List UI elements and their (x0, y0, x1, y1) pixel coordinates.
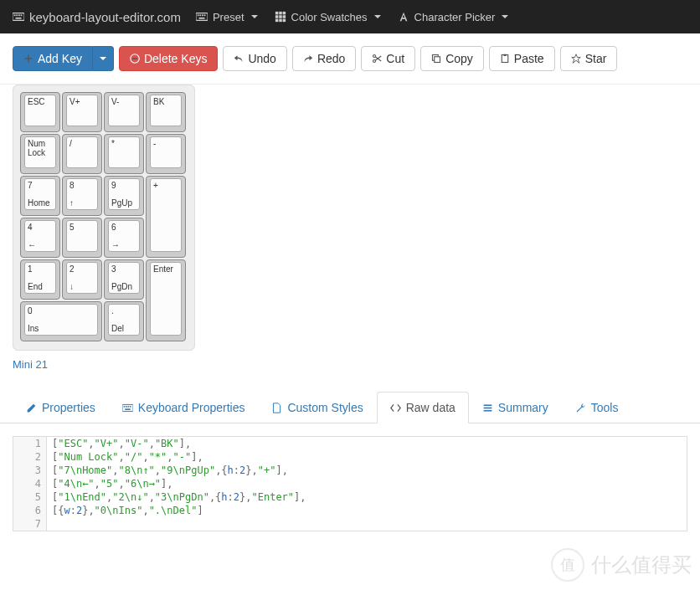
key[interactable]: * (104, 134, 144, 174)
svg-rect-30 (123, 406, 125, 408)
nav-color-swatches[interactable]: Color Swatches (275, 11, 381, 23)
chevron-down-icon (502, 15, 508, 18)
add-key-group: Add Key (13, 46, 114, 71)
tabs: Properties Keyboard Properties Custom St… (0, 392, 700, 423)
tab-summary[interactable]: Summary (469, 392, 562, 423)
key[interactable]: V+ (62, 92, 102, 132)
list-icon (482, 403, 493, 413)
svg-rect-34 (125, 408, 131, 410)
svg-rect-13 (279, 12, 282, 15)
keyboard-icon (122, 403, 133, 413)
navbar: keyboard-layout-editor.com Preset Color … (0, 0, 700, 33)
key[interactable]: - (146, 134, 186, 174)
tab-properties[interactable]: Properties (13, 392, 109, 423)
paste-button[interactable]: Paste (489, 46, 555, 71)
svg-rect-18 (275, 19, 278, 23)
plus-icon (23, 54, 33, 64)
key[interactable]: 0Ins (20, 301, 102, 341)
svg-rect-35 (483, 404, 492, 406)
workspace: ESCV+V-BKNum Lock/*-7Home8↑9PgUp+4←56→1E… (0, 85, 700, 379)
svg-rect-4 (21, 14, 23, 16)
toolbar: Add Key Delete Keys Undo Redo Cut Copy P… (0, 33, 700, 85)
tab-tools[interactable]: Tools (562, 392, 632, 423)
brand[interactable]: keyboard-layout-editor.com (13, 10, 181, 24)
svg-rect-6 (196, 13, 208, 21)
key[interactable]: 9PgUp (104, 176, 144, 216)
svg-rect-0 (13, 13, 24, 21)
svg-rect-17 (282, 15, 286, 18)
redo-button[interactable]: Redo (292, 46, 356, 71)
svg-rect-19 (279, 19, 282, 23)
svg-rect-5 (16, 18, 22, 19)
svg-rect-36 (483, 407, 492, 408)
svg-rect-37 (483, 409, 492, 411)
undo-icon (234, 54, 244, 64)
key[interactable]: .Del (104, 301, 144, 341)
key[interactable]: 4← (20, 218, 60, 258)
copy-icon (431, 54, 441, 64)
key[interactable]: 8↑ (62, 176, 102, 216)
star-icon (571, 54, 581, 64)
tab-raw-data[interactable]: Raw data (377, 392, 469, 423)
paste-icon (500, 54, 510, 64)
svg-rect-1 (14, 14, 16, 16)
svg-rect-14 (282, 12, 286, 15)
svg-rect-2 (16, 14, 18, 16)
key[interactable]: 3PgDn (104, 259, 144, 300)
key[interactable]: 5 (62, 218, 102, 258)
redo-icon (303, 54, 313, 64)
key[interactable]: BK (146, 92, 186, 132)
key[interactable]: Num Lock (20, 134, 60, 174)
key[interactable]: / (62, 134, 102, 174)
key[interactable]: 1End (20, 259, 60, 300)
svg-rect-28 (503, 54, 506, 56)
keyboard-title: Mini 21 (13, 358, 687, 371)
svg-rect-3 (18, 14, 20, 16)
delete-keys-button[interactable]: Delete Keys (119, 46, 218, 71)
font-icon (398, 11, 409, 23)
svg-rect-8 (199, 14, 201, 16)
svg-rect-32 (127, 406, 129, 408)
chevron-down-icon (374, 15, 381, 18)
key[interactable]: ESC (20, 92, 60, 132)
svg-rect-29 (122, 404, 133, 411)
svg-rect-9 (202, 14, 203, 16)
svg-rect-10 (204, 14, 206, 16)
scissors-icon (372, 54, 382, 64)
key[interactable]: 6→ (104, 218, 144, 258)
nav-preset[interactable]: Preset (196, 11, 258, 23)
file-icon (271, 403, 282, 413)
add-key-button[interactable]: Add Key (13, 46, 93, 71)
svg-rect-11 (198, 18, 204, 19)
key[interactable]: 7Home (20, 176, 60, 216)
key[interactable]: V- (104, 92, 144, 132)
keyboard-icon (196, 11, 208, 23)
code-icon (390, 403, 401, 413)
svg-rect-7 (198, 14, 199, 16)
keyboard-icon (13, 11, 24, 23)
nav-character-picker[interactable]: Character Picker (398, 11, 509, 23)
grid-icon (275, 11, 286, 23)
key[interactable]: Enter (146, 259, 186, 341)
svg-rect-31 (126, 406, 127, 408)
key[interactable]: + (146, 176, 186, 258)
brand-text: keyboard-layout-editor.com (29, 10, 181, 24)
svg-rect-15 (275, 15, 278, 18)
chevron-down-icon (100, 57, 106, 60)
keyboard-canvas[interactable]: ESCV+V-BKNum Lock/*-7Home8↑9PgUp+4←56→1E… (13, 85, 195, 351)
svg-rect-12 (275, 12, 278, 15)
pencil-icon (26, 403, 37, 413)
tab-custom-styles[interactable]: Custom Styles (258, 392, 376, 423)
undo-button[interactable]: Undo (223, 46, 286, 71)
tab-keyboard-properties[interactable]: Keyboard Properties (109, 392, 259, 423)
minus-icon (130, 54, 140, 64)
svg-rect-20 (282, 19, 286, 23)
raw-data-editor[interactable]: 1["ESC","V+","V-","BK"],2["Num Lock","/"… (13, 436, 687, 531)
svg-rect-26 (435, 57, 440, 63)
star-button[interactable]: Star (560, 46, 618, 71)
svg-rect-16 (279, 15, 282, 18)
add-key-dropdown[interactable] (93, 46, 114, 71)
copy-button[interactable]: Copy (420, 46, 484, 71)
key[interactable]: 2↓ (62, 259, 102, 300)
cut-button[interactable]: Cut (361, 46, 415, 71)
